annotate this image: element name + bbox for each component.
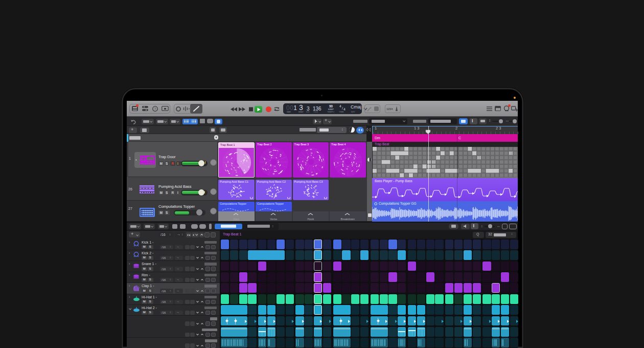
svg-text:?: ? — [154, 107, 156, 111]
